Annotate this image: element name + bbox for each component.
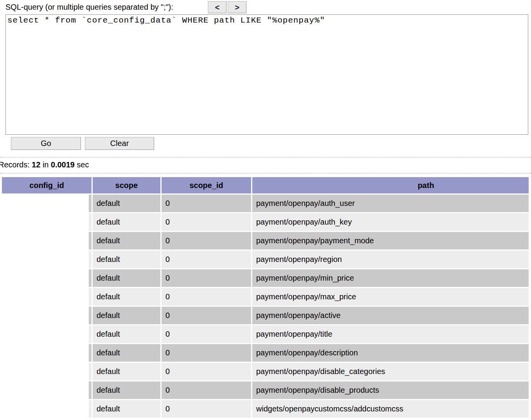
cell-path: payment/openpay/max_price	[252, 288, 531, 306]
cell-scope-id: 0	[162, 400, 251, 418]
cell-scope-id: 0	[162, 269, 251, 287]
cell-path: payment/openpay/description	[252, 344, 531, 362]
records-summary: Records: 12 in 0.0019 sec	[0, 160, 89, 169]
cell-path: widgets/openpaycustomcss/addcustomcss	[252, 400, 531, 418]
cell-scope: default	[93, 381, 160, 399]
sql-query-input[interactable]: select * from `core_config_data` WHERE p…	[5, 14, 528, 135]
records-in-label: in	[42, 160, 49, 169]
cell-path: payment/openpay/min_price	[252, 269, 531, 287]
column-header-config-id: config_id	[2, 177, 91, 193]
clear-button[interactable]: Clear	[85, 137, 154, 150]
records-label: Records:	[0, 160, 30, 169]
column-header-scope-id: scope_id	[162, 177, 251, 193]
cell-scope: default	[93, 269, 160, 287]
cell-scope: default	[93, 363, 160, 380]
go-button[interactable]: Go	[11, 137, 81, 150]
cell-scope-id: 0	[162, 307, 251, 324]
cell-path: payment/openpay/disable_products	[252, 381, 531, 399]
divider-below-records	[0, 173, 531, 174]
cell-scope-id: 0	[162, 344, 251, 362]
next-query-button[interactable]: >	[228, 1, 246, 13]
cell-scope: default	[93, 195, 160, 212]
config-id-redaction-overlay	[0, 194, 89, 420]
sql-admin-page: SQL-query (or multiple queries separated…	[0, 0, 531, 420]
cell-path: payment/openpay/disable_categories	[252, 363, 531, 380]
previous-query-button[interactable]: <	[208, 1, 227, 13]
cell-scope-id: 0	[162, 213, 251, 231]
cell-scope-id: 0	[162, 232, 251, 250]
cell-scope: default	[93, 344, 160, 362]
records-count: 12	[32, 160, 40, 169]
cell-path: payment/openpay/auth_key	[252, 213, 531, 231]
sql-query-label: SQL-query (or multiple queries separated…	[5, 3, 173, 12]
cell-scope: default	[93, 288, 160, 306]
cell-scope: default	[93, 325, 160, 343]
cell-path: payment/openpay/title	[252, 325, 531, 343]
cell-path: payment/openpay/payment_mode	[252, 232, 531, 250]
column-header-scope: scope	[93, 177, 160, 193]
column-header-path: path	[252, 177, 531, 193]
cell-scope-id: 0	[162, 195, 251, 212]
divider-above-records	[0, 157, 531, 158]
cell-scope-id: 0	[162, 381, 251, 399]
cell-scope: default	[93, 400, 160, 418]
cell-path: payment/openpay/active	[252, 307, 531, 324]
records-sec-label: sec	[77, 160, 89, 169]
cell-scope: default	[93, 232, 160, 250]
cell-scope-id: 0	[162, 325, 251, 343]
cell-scope-id: 0	[162, 288, 251, 306]
table-header-row: config_id scope scope_id path	[2, 177, 531, 193]
cell-path: payment/openpay/region	[252, 251, 531, 268]
cell-scope: default	[93, 251, 160, 268]
cell-scope-id: 0	[162, 251, 251, 268]
right-edge-redaction-overlay	[529, 174, 531, 420]
cell-scope: default	[93, 307, 160, 324]
cell-scope: default	[93, 213, 160, 231]
cell-scope-id: 0	[162, 363, 251, 380]
query-duration: 0.0019	[51, 160, 75, 169]
cell-path: payment/openpay/auth_user	[252, 195, 531, 212]
